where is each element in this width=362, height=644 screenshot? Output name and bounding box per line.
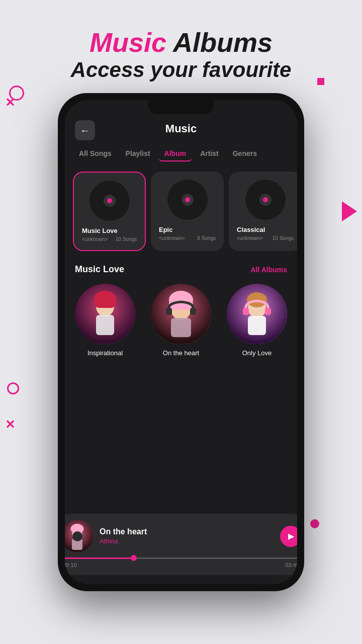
screen-content: ← Music All Songs Playlist Album Artist … (65, 100, 297, 584)
avatar-inspirational (75, 284, 135, 344)
deco-x-2: ✕ (5, 418, 15, 432)
progress-track[interactable] (65, 557, 297, 559)
now-playing-bar: On the heart Athina ▶ 00:10 03:45 (65, 514, 297, 575)
play-button[interactable]: ▶ (280, 526, 297, 547)
album-songs-2: 8 Songs (197, 235, 216, 241)
album-vinyl-1 (89, 181, 130, 221)
back-button[interactable]: ← (75, 120, 95, 140)
tab-playlist[interactable]: Playlist (120, 145, 156, 162)
vinyl-center-2 (182, 194, 194, 206)
album-artist-2: <unknown> (159, 235, 185, 241)
screen-title: Music (165, 122, 197, 135)
header-albums: Albums (166, 27, 273, 57)
section-title: Music Love (75, 264, 124, 275)
back-arrow-icon: ← (80, 125, 90, 136)
vinyl-dot-2 (185, 197, 190, 202)
all-albums-link[interactable]: All Albums (250, 266, 287, 274)
deco-x-1: ✕ (5, 96, 15, 110)
album-songs-3: 10 Songs (273, 235, 294, 241)
time-current: 00:10 (65, 562, 77, 568)
avatar-svg-2 (151, 284, 211, 344)
artist-name-inspirational: Inspirational (87, 349, 123, 357)
phone-inner: ← Music All Songs Playlist Album Artist … (65, 100, 297, 584)
svg-rect-2 (96, 315, 114, 335)
now-playing-artwork (65, 520, 94, 552)
now-playing-vinyl-center (72, 531, 82, 541)
svg-rect-10 (166, 308, 172, 315)
tab-bar: All Songs Playlist Album Artist Geners (65, 140, 297, 167)
header-line1: Music Albums (0, 28, 362, 57)
tab-artist[interactable]: Artist (194, 145, 225, 162)
svg-rect-11 (190, 308, 196, 315)
artist-item-onlylove[interactable]: Only Love (227, 284, 287, 357)
deco-circle-2 (7, 382, 19, 394)
artist-name-onheart: On the heart (163, 349, 199, 357)
artist-item-inspirational[interactable]: Inspirational (75, 284, 135, 357)
time-total: 03:45 (285, 562, 297, 568)
album-vinyl-3 (245, 180, 286, 220)
vinyl-dot-1 (107, 198, 112, 203)
svg-rect-17 (265, 308, 271, 315)
artists-grid: Inspirational (65, 279, 297, 362)
now-playing-info: On the heart Athina (100, 527, 274, 545)
album-name-2: Epic (159, 226, 172, 233)
album-name-3: Classical (237, 226, 265, 233)
progress-thumb (131, 555, 137, 561)
album-meta-3: <unknown> 10 Songs (237, 235, 294, 241)
avatar-svg-1 (75, 284, 135, 344)
now-playing-main: On the heart Athina ▶ (65, 520, 297, 552)
phone-mockup: ← Music All Songs Playlist Album Artist … (58, 93, 304, 591)
header-music: Music (89, 27, 166, 57)
deco-triangle-1 (342, 201, 357, 221)
tab-genres[interactable]: Geners (227, 145, 263, 162)
vinyl-dot-3 (263, 197, 268, 202)
progress-container: 00:10 03:45 (65, 557, 297, 568)
album-songs-1: 10 Songs (116, 236, 137, 242)
album-card-epic[interactable]: Epic <unknown> 8 Songs (151, 172, 224, 251)
phone-notch (148, 100, 214, 114)
album-card-classical[interactable]: Classical <unknown> 10 Songs (229, 172, 297, 251)
now-playing-artist: Athina (100, 537, 274, 545)
vinyl-center-1 (104, 195, 116, 207)
svg-rect-7 (171, 318, 191, 337)
album-meta-1: <unknown> 10 Songs (82, 236, 137, 242)
album-name-1: Music Love (82, 227, 118, 234)
tab-all-songs[interactable]: All Songs (73, 145, 118, 162)
time-labels: 00:10 03:45 (65, 562, 297, 568)
albums-grid: Music Love <unknown> 10 Songs Epic (65, 167, 297, 256)
album-card-music-love[interactable]: Music Love <unknown> 10 Songs (73, 172, 146, 251)
album-artist-3: <unknown> (237, 235, 263, 241)
deco-dot-1 (310, 519, 319, 528)
deco-circle-1 (9, 86, 24, 101)
play-icon: ▶ (288, 531, 294, 541)
avatar-svg-3 (227, 284, 287, 344)
avatar-onheart (151, 284, 211, 344)
tab-album[interactable]: Album (158, 145, 193, 162)
vinyl-center-3 (259, 194, 272, 206)
artist-name-onlylove: Only Love (242, 349, 272, 357)
album-meta-2: <unknown> 8 Songs (159, 235, 216, 241)
progress-fill (65, 557, 134, 559)
now-playing-title: On the heart (100, 527, 274, 536)
album-artist-1: <unknown> (82, 236, 108, 242)
section-header: Music Love All Albums (65, 256, 297, 279)
avatar-onlylove (227, 284, 287, 344)
artist-item-onheart[interactable]: On the heart (151, 284, 211, 357)
page-header: Music Albums Access your favourite (0, 28, 362, 83)
svg-rect-4 (94, 298, 116, 308)
header-subtitle: Access your favourite (0, 57, 362, 83)
svg-rect-16 (243, 308, 249, 315)
svg-rect-14 (248, 316, 266, 335)
album-vinyl-2 (167, 180, 208, 220)
